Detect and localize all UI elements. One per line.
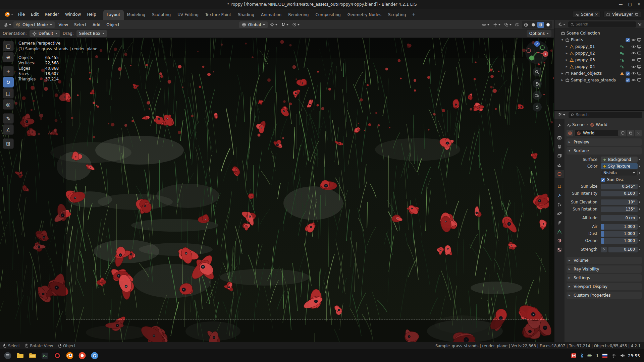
properties-tab-tool[interactable] [555, 121, 564, 129]
tool-cursor[interactable]: ⊕ [3, 52, 14, 62]
workspace-tab-layout[interactable]: Layout [103, 10, 124, 20]
shading-solid-button[interactable] [530, 22, 537, 28]
animate-dot[interactable] [638, 217, 642, 219]
disclosure-right-icon[interactable]: ▶ [565, 45, 569, 48]
properties-tab-view-layer[interactable] [555, 152, 564, 160]
navigation-gizmo[interactable]: Z X [525, 40, 549, 65]
animate-dot[interactable] [638, 208, 642, 210]
tool-annotate[interactable]: ✎ [3, 113, 14, 124]
checkbox-toggle[interactable] [625, 78, 631, 82]
viewport-menu-view[interactable]: View [56, 21, 71, 28]
properties-tab-physics[interactable] [555, 209, 564, 218]
proportional-edit-dropdown[interactable] [291, 21, 301, 28]
workspace-tab-rendering[interactable]: Rendering [285, 10, 312, 20]
editor-type-dropdown[interactable] [2, 21, 12, 28]
outliner-search[interactable] [568, 21, 636, 27]
panel-preview[interactable]: ▶ Preview [567, 138, 642, 146]
workspace-tab-modeling[interactable]: Modeling [124, 10, 149, 20]
properties-editor-dropdown[interactable] [556, 112, 567, 118]
xray-toggle[interactable] [514, 21, 521, 28]
tray-flag[interactable] [602, 354, 608, 358]
tool-transform[interactable]: ◎ [3, 99, 14, 110]
panel-settings[interactable]: ▶Settings [567, 274, 642, 282]
tool-move[interactable]: + [3, 66, 14, 76]
unlink-scene-button[interactable]: ✕ [595, 12, 598, 17]
properties-tab-scene[interactable] [555, 161, 564, 169]
animate-dot[interactable] [638, 159, 642, 160]
tool-select-box[interactable]: ▢ [3, 41, 14, 51]
animate-dot[interactable] [638, 179, 642, 180]
animate-dot[interactable] [638, 193, 642, 194]
viewport-menu-object[interactable]: Object [103, 21, 122, 28]
disclosure-right-icon[interactable]: ▶ [565, 59, 569, 61]
animate-dot[interactable] [638, 233, 642, 234]
outliner-row-poppy-01[interactable]: ▶poppy_01 [554, 43, 644, 50]
copy-icon[interactable] [635, 12, 639, 16]
properties-tab-object[interactable] [555, 182, 564, 190]
eye-toggle[interactable] [631, 64, 636, 69]
panel-volume[interactable]: ▶Volume [567, 257, 642, 264]
workspace-tab-compositing[interactable]: Compositing [312, 10, 344, 20]
scene-selector[interactable]: Scene ✕ [572, 11, 601, 18]
workspace-tab-shading[interactable]: Shading [234, 10, 258, 20]
tool-measure[interactable]: ∠ [3, 124, 14, 135]
workspace-tab-scripting[interactable]: Scripting [385, 10, 409, 20]
taskbar-app-app-menu[interactable] [3, 351, 13, 361]
disclosure-right-icon[interactable]: ▶ [565, 52, 569, 55]
panel-viewport-display[interactable]: ▶Viewport Display [567, 283, 642, 290]
close-button[interactable]: ✕ [637, 2, 641, 7]
sky-model-dropdown[interactable]: Nishita [601, 170, 638, 176]
workspace-tab-texture-paint[interactable]: Texture Paint [202, 10, 234, 20]
outliner-row-render-objects[interactable]: ▶Render_objects [554, 70, 644, 77]
pivot-point-dropdown[interactable] [269, 21, 279, 28]
disclosure-down-icon[interactable]: ▼ [560, 39, 564, 41]
taskbar-app-files[interactable] [15, 351, 25, 361]
camera-view-button[interactable] [533, 91, 542, 100]
taskbar-app-terminal[interactable] [40, 351, 50, 361]
add-workspace-button[interactable]: + [409, 12, 418, 17]
screen-toggle[interactable] [636, 78, 642, 82]
animate-dot[interactable] [638, 201, 642, 203]
field-sun-intensity[interactable]: 0.100 [601, 191, 638, 196]
transform-orientation-dropdown[interactable]: Global [239, 21, 268, 28]
breadcrumb-scene[interactable]: Scene [567, 122, 585, 127]
menu-edit[interactable]: Edit [28, 11, 42, 18]
outliner-row-poppy-03[interactable]: ▶poppy_03 [554, 57, 644, 63]
shading-rendered-button[interactable] [545, 22, 551, 28]
workspace-tab-animation[interactable]: Animation [258, 10, 285, 20]
tool-rotate[interactable]: ↻ [3, 77, 14, 87]
tray-battery[interactable] [587, 353, 593, 358]
drag-setting-dropdown[interactable]: Select Box [76, 30, 107, 37]
checkbox-toggle[interactable] [625, 38, 631, 42]
tool-add-cube[interactable]: ⊞ [3, 138, 14, 149]
properties-tab-particles[interactable] [555, 200, 564, 208]
properties-search-input[interactable] [576, 113, 640, 117]
outliner-row-scene-collection[interactable]: Scene Collection [554, 30, 644, 37]
field-ozone[interactable]: 1.000 [601, 238, 638, 244]
animate-dot[interactable] [638, 172, 642, 174]
minimize-button[interactable]: — [619, 2, 623, 7]
animate-dot[interactable] [638, 226, 642, 227]
panel-custom-properties[interactable]: ▶Custom Properties [567, 292, 642, 299]
viewport-3d[interactable]: Camera Perspective (1) Sample_grass_stra… [0, 38, 554, 342]
field-strength[interactable]: 0.100 [608, 247, 638, 252]
checkbox-toggle[interactable] [625, 71, 631, 76]
filter-icon[interactable] [638, 22, 642, 26]
eye-toggle[interactable] [631, 78, 636, 82]
menu-help[interactable]: Help [84, 11, 99, 18]
workspace-tab-sculpting[interactable]: Sculpting [149, 10, 174, 20]
workspace-tab-geometry-nodes[interactable]: Geometry Nodes [344, 10, 385, 20]
outliner-search-input[interactable] [576, 22, 634, 26]
eye-toggle[interactable] [631, 71, 636, 76]
field-altitude[interactable]: 0 cm [601, 215, 638, 221]
world-browse-button[interactable] [567, 130, 573, 136]
panel-ray-visibility[interactable]: ▶Ray Visibility [567, 265, 642, 273]
pan-button[interactable] [533, 79, 542, 88]
blender-menu-button[interactable] [3, 12, 15, 17]
nodes-toggle[interactable] [619, 64, 625, 69]
taskbar-app-blender[interactable] [65, 351, 75, 361]
eye-toggle[interactable] [631, 38, 636, 42]
taskbar-app-folder[interactable] [28, 351, 38, 361]
shading-wireframe-button[interactable] [523, 22, 529, 28]
snap-toggle[interactable] [280, 21, 290, 28]
